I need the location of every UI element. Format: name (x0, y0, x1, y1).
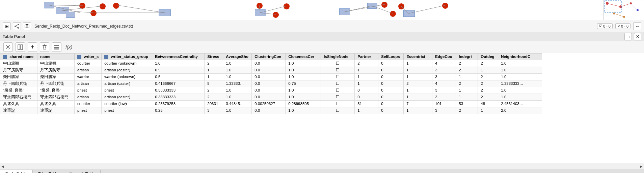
svg-line-10 (345, 4, 385, 12)
table-cell: artisan (75, 67, 102, 73)
table-cell: 1.3333333… (498, 80, 542, 87)
table-cell: "泉盛, 良整" (37, 87, 75, 94)
table-cell: 1 (404, 73, 432, 80)
maximize-button[interactable]: □ (624, 33, 632, 40)
table-cell: 1.33333… (223, 80, 252, 87)
scroll-right[interactable]: ▶ (640, 165, 643, 168)
svg-rect-44 (54, 48, 59, 49)
tab-network-table[interactable]: Network Table (64, 170, 101, 173)
col-stress[interactable]: Stress (205, 54, 223, 60)
table-cell: 守永四郎右衛門 (37, 94, 75, 100)
table-row[interactable]: "泉盛, 良整""泉盛, 良整"priestpriest0.3333333321… (0, 87, 542, 94)
col-partner[interactable]: Partner (355, 54, 378, 60)
table-cell: 1.0 (286, 60, 321, 67)
graph-node (442, 3, 448, 9)
scroll-row: ◀ ▶ (0, 164, 644, 169)
col-name[interactable]: name (37, 54, 75, 60)
col-clustering[interactable]: ClusteringCoe (252, 54, 286, 60)
graph-node (273, 12, 279, 18)
table-cell: 1.0 (286, 87, 321, 94)
col-writer-status[interactable]: writer_status_group (102, 54, 152, 60)
table-cell: 0.75 (286, 80, 321, 87)
col-closeness[interactable]: ClosenessCer (286, 54, 321, 60)
col-edgecount[interactable]: EdgeCou (432, 54, 456, 60)
table-cell: 0.00250627 (252, 100, 286, 107)
table-row[interactable]: 中山篤観中山篤観courtiercourtier (unknown)1.021.… (0, 60, 542, 67)
col-indegree[interactable]: Indegri (456, 54, 478, 60)
delete-button[interactable] (40, 42, 49, 52)
table-cell: 1 (355, 73, 378, 80)
grid-icon[interactable]: ⊞ (3, 22, 11, 30)
col-selfloops[interactable]: SelfLoops (378, 54, 404, 60)
svg-point-27 (18, 27, 19, 29)
graph-node-blue (66, 12, 75, 18)
table-cell: 0.5 (152, 67, 205, 73)
table-cell: 2 (355, 60, 378, 67)
table-row[interactable]: 丹下房防守丹下房防守artisanartisan (caster)0.511.0… (0, 67, 542, 73)
split-button[interactable] (16, 42, 25, 52)
table-cell: warrior (unknown) (102, 73, 152, 80)
graph-node (90, 10, 97, 16)
table-cell: 0.0 (252, 80, 286, 87)
table-cell: 1.0 (223, 67, 252, 73)
svg-point-23 (623, 16, 625, 18)
table-cell: 達重記 (0, 107, 37, 114)
table-cell: 0.0 (252, 107, 286, 114)
table-row[interactable]: 達重記達重記priestpriest0.2531.00.01.0☐1013212… (0, 107, 542, 114)
table-cell: 1 (404, 60, 432, 67)
col-neighborhood[interactable]: NeighborhoodC (498, 54, 542, 60)
add-button[interactable]: + (28, 42, 37, 52)
table-cell: 1 (355, 67, 378, 73)
table-cell: 2 (478, 94, 498, 100)
camera-icon[interactable] (23, 22, 31, 30)
col-avgshot[interactable]: AverageSho (223, 54, 252, 60)
graph-node-blue (255, 9, 266, 16)
table-container[interactable]: shared name name writer_s writer_status_… (0, 53, 644, 164)
close-button[interactable]: ✕ (634, 33, 641, 40)
table-cell: 1.0 (498, 87, 542, 94)
col-shared-name[interactable]: shared name (0, 54, 37, 60)
table-cell: 1.0 (286, 67, 321, 73)
table-panel-header: Table Panel □ ✕ (0, 32, 644, 41)
table-panel-title: Table Panel (3, 34, 25, 39)
graph-node (257, 3, 263, 9)
table-cell: priest (75, 87, 102, 94)
col-betweenness[interactable]: BetweennessCentrality (152, 54, 205, 60)
filename-label: Sender_Recip_Doc_Network_Presumed_edges.… (34, 24, 595, 29)
svg-line-29 (16, 25, 18, 26)
graph-node-blue (403, 10, 415, 17)
col-outdegree[interactable]: Outdeg (478, 54, 498, 60)
table-cell: ☐ (321, 87, 355, 94)
svg-rect-35 (18, 45, 20, 49)
scroll-left[interactable]: ◀ (1, 165, 4, 168)
svg-rect-33 (26, 24, 28, 25)
col-eccentricity[interactable]: Eccentrici (404, 54, 432, 60)
table-cell: 1 (404, 107, 432, 114)
tab-node-table[interactable]: Node Table (0, 170, 33, 173)
table-cell: 達重記 (37, 107, 75, 114)
table-row[interactable]: 丹下四郎兵衛丹下四郎兵衛artisanartisan (caster)0.416… (0, 80, 542, 87)
svg-rect-37 (43, 45, 46, 49)
table-cell: 2 (456, 80, 478, 87)
table-row[interactable]: 真遂久真真遂久真courtiercourtier (low)0.25379258… (0, 100, 542, 107)
table-cell: 0.0 (252, 60, 286, 67)
settings-button[interactable] (3, 42, 13, 52)
share-icon[interactable] (13, 22, 21, 30)
table-cell: 1.0 (223, 60, 252, 67)
col-issingle[interactable]: IsSingleNode (321, 54, 355, 60)
table-cell: courtier (unknown) (102, 60, 152, 67)
table-cell: 1 (404, 94, 432, 100)
table-cell: 1 (205, 73, 223, 80)
expand-icon[interactable]: ↔ (633, 22, 641, 30)
table-config-button[interactable] (52, 42, 61, 52)
table-row[interactable]: 守永四郎右衛門守永四郎右衛門artisanartisan (caster)0.3… (0, 94, 542, 100)
table-cell: 3 (432, 87, 456, 94)
table-cell: 1.0 (223, 73, 252, 80)
table-row[interactable]: 柴田勝家柴田勝家warriorwarrior (unknown)0.511.00… (0, 73, 542, 80)
table-cell: ☐ (321, 94, 355, 100)
table-cell: 3 (432, 107, 456, 114)
table-cell: 守永四郎右衛門 (0, 94, 37, 100)
col-writer[interactable]: writer_s (75, 54, 102, 60)
tab-edge-table[interactable]: Edge Table (33, 170, 64, 173)
graph-node-blue (159, 9, 171, 16)
